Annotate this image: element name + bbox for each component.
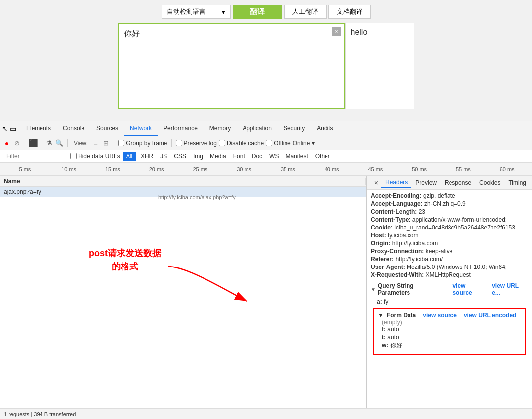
- form-data-f: f: auto: [382, 326, 521, 333]
- close-button[interactable]: ×: [332, 27, 341, 36]
- view-label: View:: [74, 140, 88, 147]
- annotation-area: post请求发送数据的格式: [0, 197, 366, 408]
- network-header: Name: [0, 176, 366, 187]
- filter-icon[interactable]: ⚗: [45, 139, 53, 147]
- output-text-content: hello: [351, 28, 368, 36]
- input-text-box[interactable]: 你好 ×: [118, 23, 345, 109]
- filter-img[interactable]: Img: [191, 152, 205, 160]
- header-origin: Origin: http://fy.iciba.com: [371, 240, 528, 247]
- camera-icon[interactable]: ⬛: [29, 139, 37, 147]
- preserve-log-label[interactable]: Preserve log: [176, 140, 217, 147]
- filter-js[interactable]: JS: [158, 152, 169, 160]
- view-grid-icon[interactable]: ⊞: [102, 139, 110, 147]
- right-panel: × Headers Preview Response Cookies Timin…: [367, 176, 532, 408]
- rp-tab-response[interactable]: Response: [441, 178, 475, 188]
- view-list-icon[interactable]: ≡: [92, 139, 100, 147]
- close-icon: ×: [335, 28, 338, 34]
- translator-area: 自动检测语言 ▾ 翻译 人工翻译 文档翻译 你好 × hello: [0, 0, 532, 121]
- tick-40ms: 40 ms: [310, 166, 354, 172]
- filter-doc[interactable]: Doc: [250, 152, 264, 160]
- form-view-url-link[interactable]: view URL encoded: [464, 312, 516, 319]
- headers-content: Accept-Encoding: gzip, deflate Accept-La…: [367, 190, 532, 361]
- tab-application[interactable]: Application: [237, 121, 278, 136]
- tab-performance[interactable]: Performance: [158, 121, 204, 136]
- filter-input[interactable]: [3, 152, 67, 161]
- filter-media[interactable]: Media: [208, 152, 228, 160]
- devtools-cursor-icon[interactable]: ↖: [2, 125, 8, 133]
- form-data-t: t: auto: [382, 334, 521, 341]
- tab-memory[interactable]: Memory: [204, 121, 237, 136]
- header-content-type: Content-Type: application/x-www-form-url…: [371, 216, 528, 223]
- divider5: [171, 139, 172, 147]
- devtools-panel: ↖ ▭ Elements Console Sources Network Per…: [0, 121, 532, 419]
- rp-tab-timing[interactable]: Timing: [504, 178, 530, 188]
- devtools-mobile-icon[interactable]: ▭: [10, 125, 16, 133]
- offline-checkbox[interactable]: [266, 140, 272, 146]
- header-x-requested-with: X-Requested-With: XMLHttpRequest: [371, 271, 528, 278]
- tab-network[interactable]: Network: [124, 121, 158, 136]
- input-text-content: 你好: [124, 29, 140, 38]
- header-referer: Referer: http://fy.iciba.com/: [371, 256, 528, 263]
- rp-tab-headers[interactable]: Headers: [381, 177, 411, 188]
- preserve-log-checkbox[interactable]: [176, 140, 182, 146]
- filter-xhr[interactable]: XHR: [139, 152, 155, 160]
- tick-55ms: 55 ms: [442, 166, 486, 172]
- rp-tab-preview[interactable]: Preview: [411, 178, 441, 188]
- stop-button[interactable]: ⊘: [13, 139, 21, 147]
- translator-boxes: 你好 × hello: [118, 23, 414, 109]
- hide-data-urls-label[interactable]: Hide data URLs: [70, 153, 120, 160]
- online-label: Online: [293, 140, 310, 147]
- tab-audits[interactable]: Audits: [311, 121, 339, 136]
- offline-label[interactable]: Offline: [266, 140, 290, 147]
- tab-console[interactable]: Console: [57, 121, 90, 136]
- form-view-source-link[interactable]: view source: [423, 312, 457, 319]
- filter-all-button[interactable]: All: [123, 152, 136, 161]
- translate-button[interactable]: 翻译: [233, 5, 282, 19]
- doc-translate-button[interactable]: 文档翻译: [328, 5, 371, 19]
- output-text-box: hello: [345, 23, 414, 109]
- right-panel-tabs: × Headers Preview Response Cookies Timin…: [367, 176, 532, 190]
- query-string-triangle: ▼: [371, 287, 376, 292]
- header-proxy-connection: Proxy-Connection: keep-alive: [371, 248, 528, 255]
- tick-25ms: 25 ms: [178, 166, 222, 172]
- online-dropdown[interactable]: ▾: [312, 140, 315, 147]
- disable-cache-label[interactable]: Disable cache: [219, 140, 264, 147]
- divider4: [114, 139, 114, 147]
- form-data-w: w: 你好: [382, 342, 521, 350]
- lang-select[interactable]: 自动检测语言 ▾: [162, 5, 231, 19]
- group-by-frame-label[interactable]: Group by frame: [118, 140, 167, 147]
- tab-elements[interactable]: Elements: [20, 121, 57, 136]
- search-icon[interactable]: 🔍: [55, 139, 63, 147]
- human-translate-button[interactable]: 人工翻译: [284, 5, 327, 19]
- tick-5ms: 5 ms: [3, 166, 47, 172]
- header-cookie: Cookie: iciba_u_rand=0c48d8c9b5a26448e7b…: [371, 224, 528, 231]
- status-bar: 1 requests | 394 B transferred: [0, 408, 532, 419]
- query-string-title: Query String Parameters: [378, 282, 447, 296]
- tab-security[interactable]: Security: [278, 121, 311, 136]
- query-param-a: a: fy: [377, 298, 528, 305]
- divider3: [67, 139, 68, 147]
- rp-tab-cookies[interactable]: Cookies: [475, 178, 504, 188]
- group-by-frame-checkbox[interactable]: [118, 140, 124, 146]
- lang-select-arrow: ▾: [222, 8, 225, 16]
- view-url-link[interactable]: view URL e...: [492, 282, 528, 296]
- tick-35ms: 35 ms: [266, 166, 310, 172]
- header-host: Host: fy.iciba.com: [371, 232, 528, 239]
- view-source-link[interactable]: view source: [452, 282, 486, 296]
- form-data-empty: (empty): [382, 319, 521, 326]
- filter-row: Hide data URLs All XHR JS CSS Img Media …: [0, 150, 532, 163]
- filter-other[interactable]: Other: [313, 152, 332, 160]
- filter-ws[interactable]: WS: [267, 152, 281, 160]
- hide-data-urls-checkbox[interactable]: [70, 153, 77, 159]
- filter-font[interactable]: Font: [231, 152, 247, 160]
- record-button[interactable]: ●: [3, 139, 11, 147]
- network-list: Name ajax.php?a=fy http://fy.iciba.com/a…: [0, 176, 367, 408]
- right-panel-close[interactable]: ×: [371, 179, 381, 187]
- filter-manifest[interactable]: Manifest: [284, 152, 310, 160]
- disable-cache-checkbox[interactable]: [219, 140, 225, 146]
- devtools-tabs: ↖ ▭ Elements Console Sources Network Per…: [0, 121, 532, 136]
- devtools-toolbar: ● ⊘ ⬛ ⚗ 🔍 View: ≡ ⊞ Group by frame Prese…: [0, 136, 532, 150]
- tick-10ms: 10 ms: [47, 166, 91, 172]
- filter-css[interactable]: CSS: [172, 152, 188, 160]
- tab-sources[interactable]: Sources: [90, 121, 124, 136]
